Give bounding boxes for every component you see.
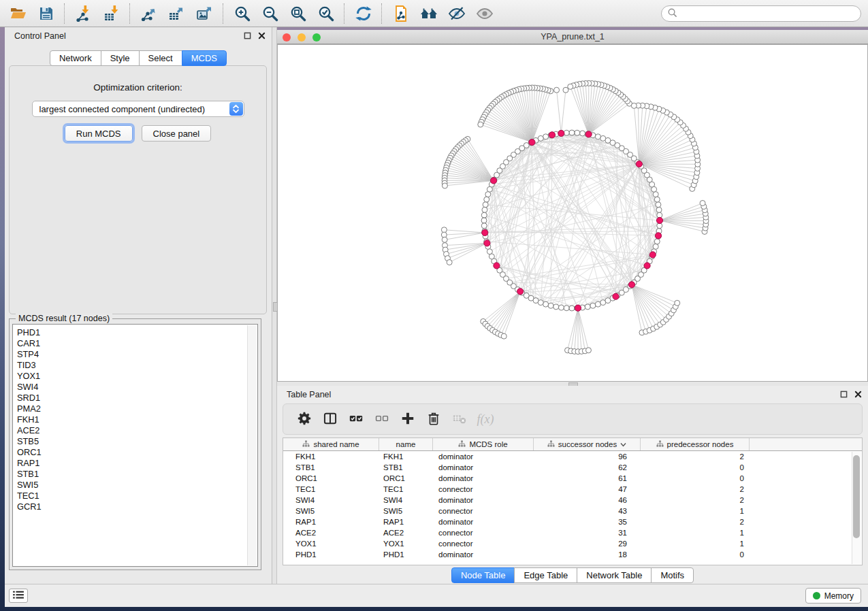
table-cell[interactable]: connector <box>433 485 534 493</box>
criterion-select[interactable]: largest connected component (undirected) <box>32 101 244 117</box>
table-cell[interactable]: RAP1 <box>379 518 433 526</box>
tab-network-table[interactable]: Network Table <box>577 567 652 583</box>
table-cell[interactable]: 0 <box>641 550 750 559</box>
mcds-result-item[interactable]: GCR1 <box>17 501 257 512</box>
ring-node[interactable] <box>553 304 559 310</box>
mcds-node[interactable] <box>628 282 634 288</box>
mcds-list-scrollbar[interactable] <box>247 325 257 565</box>
column-header-predecessor-nodes[interactable]: predecessor nodes <box>641 438 750 450</box>
mcds-result-item[interactable]: TID3 <box>17 360 257 371</box>
search-input[interactable] <box>661 5 861 22</box>
mcds-node[interactable] <box>575 305 581 311</box>
first-neighbors-button[interactable] <box>415 2 443 25</box>
mcds-node[interactable] <box>484 240 490 246</box>
table-cell[interactable]: PHD1 <box>283 550 379 559</box>
delete-table-button[interactable] <box>447 407 472 431</box>
mcds-result-item[interactable]: STB5 <box>17 436 257 447</box>
mcds-result-item[interactable]: CAR1 <box>17 338 257 349</box>
column-header-shared-name[interactable]: shared name <box>283 438 379 450</box>
delete-row-button[interactable] <box>421 407 447 431</box>
ring-node[interactable] <box>485 192 491 197</box>
table-row[interactable]: STB1STB1dominator620 <box>283 462 862 473</box>
table-cell[interactable]: 31 <box>534 529 641 537</box>
table-cell[interactable]: TEC1 <box>283 485 379 493</box>
tab-network[interactable]: Network <box>50 50 101 66</box>
deselect-all-button[interactable] <box>369 407 395 431</box>
network-graph[interactable] <box>278 45 867 381</box>
table-row[interactable]: ACE2ACE2connector311 <box>283 527 862 538</box>
ring-node[interactable] <box>548 303 553 308</box>
table-cell[interactable]: dominator <box>433 518 534 526</box>
hide-selected-button[interactable] <box>443 2 470 25</box>
ring-node[interactable] <box>543 134 549 139</box>
table-row[interactable]: SWI5SWI5connector431 <box>283 506 862 516</box>
tab-edge-table[interactable]: Edge Table <box>514 567 577 583</box>
table-cell[interactable]: connector <box>433 540 534 548</box>
tab-style[interactable]: Style <box>101 50 140 66</box>
table-cell[interactable]: 1 <box>641 507 750 515</box>
mcds-result-item[interactable]: STB1 <box>17 469 257 480</box>
ring-node[interactable] <box>481 212 487 218</box>
table-cell[interactable]: 35 <box>534 518 641 526</box>
table-cell[interactable]: 43 <box>534 507 641 515</box>
table-cell[interactable]: dominator <box>433 550 534 559</box>
zoom-fit-button[interactable] <box>284 2 312 25</box>
function-builder-button[interactable]: f(x) <box>472 407 498 431</box>
mcds-result-item[interactable]: PHD1 <box>17 327 257 338</box>
close-table-panel-icon[interactable] <box>854 390 863 399</box>
ring-node[interactable] <box>481 223 487 229</box>
table-cell[interactable]: ACE2 <box>379 529 433 537</box>
ring-node[interactable] <box>656 202 661 208</box>
mcds-result-list[interactable]: PHD1CAR1STP4TID3YOX1SWI4SRD1PMA2FKH1ACE2… <box>12 324 258 567</box>
table-cell[interactable]: 47 <box>534 485 641 493</box>
float-panel-icon[interactable] <box>243 31 252 40</box>
vertical-splitter[interactable] <box>272 27 277 584</box>
table-cell[interactable]: 18 <box>534 550 641 559</box>
mcds-result-item[interactable]: ACE2 <box>17 425 257 436</box>
mcds-node[interactable] <box>529 139 535 145</box>
ring-node[interactable] <box>483 202 488 208</box>
table-row[interactable]: SWI4SWI4dominator462 <box>283 495 862 506</box>
column-header-MCDS-role[interactable]: MCDS role <box>433 438 534 450</box>
table-cell[interactable]: connector <box>433 507 534 515</box>
table-cell[interactable]: ACE2 <box>283 529 379 537</box>
table-row[interactable]: PHD1PHD1dominator180 <box>283 549 862 560</box>
leaf-node[interactable] <box>501 333 507 339</box>
leaf-node[interactable] <box>585 348 591 353</box>
show-panels-list-button[interactable] <box>9 589 28 603</box>
leaf-node[interactable] <box>442 183 447 188</box>
leaf-node[interactable] <box>563 87 568 93</box>
table-cell[interactable]: ORC1 <box>379 474 433 482</box>
ring-node[interactable] <box>590 303 596 308</box>
add-row-button[interactable] <box>395 407 421 431</box>
save-session-button[interactable] <box>32 2 60 25</box>
ring-node[interactable] <box>654 239 660 244</box>
leaf-node[interactable] <box>441 227 447 233</box>
ring-node[interactable] <box>564 306 569 311</box>
mcds-result-item[interactable]: RAP1 <box>17 458 257 469</box>
table-cell[interactable]: 62 <box>534 463 641 472</box>
mcds-node[interactable] <box>558 130 564 136</box>
export-image-button[interactable] <box>191 2 219 25</box>
table-cell[interactable]: RAP1 <box>283 518 379 526</box>
show-column-panel-button[interactable] <box>317 407 343 431</box>
ring-node[interactable] <box>600 135 606 141</box>
table-row[interactable]: FKH1FKH1dominator962 <box>283 451 862 462</box>
table-cell[interactable]: dominator <box>433 496 534 504</box>
network-canvas[interactable] <box>277 44 868 382</box>
ring-node[interactable] <box>656 207 662 212</box>
table-cell[interactable]: FKH1 <box>379 452 433 461</box>
table-cell[interactable]: dominator <box>433 463 534 472</box>
show-all-button[interactable] <box>470 2 498 25</box>
table-cell[interactable]: TEC1 <box>379 485 433 493</box>
table-row[interactable]: YOX1YOX1connector291 <box>283 538 862 549</box>
ring-node[interactable] <box>564 130 569 135</box>
mcds-result-item[interactable]: SWI5 <box>17 480 257 491</box>
mcds-node[interactable] <box>613 293 619 299</box>
ring-node[interactable] <box>482 207 487 212</box>
leaf-node[interactable] <box>442 237 447 242</box>
select-all-button[interactable] <box>343 407 369 431</box>
leaf-node[interactable] <box>554 87 560 93</box>
table-cell[interactable]: FKH1 <box>283 452 379 461</box>
ring-node[interactable] <box>481 218 487 223</box>
